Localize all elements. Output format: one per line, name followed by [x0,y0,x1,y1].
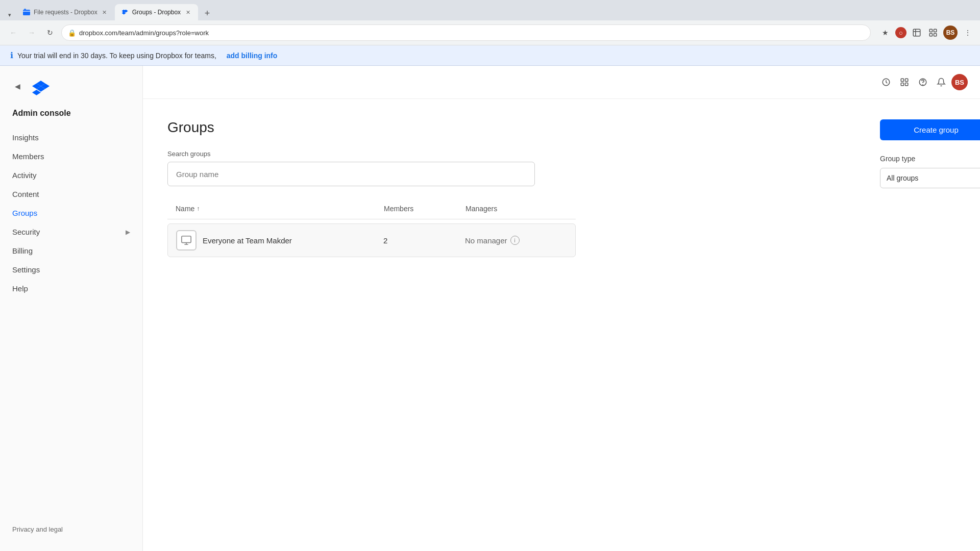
group-type-section: Group type All groups Company-managed Us… [880,155,968,188]
tab-groups[interactable]: Groups - Dropbox ✕ [115,4,198,20]
svg-rect-13 [901,79,903,81]
col-managers-header: Managers [465,205,568,213]
svg-rect-19 [182,236,191,243]
tab-label-2: Groups - Dropbox [132,9,181,16]
col-name-header[interactable]: Name ↑ [176,205,384,213]
svg-rect-1 [24,9,26,10]
trial-message: Your trial will end in 30 days. To keep … [17,52,216,60]
grid-icon[interactable] [896,74,913,90]
browser-toolbar-icons: ★ ○ BS ⋮ [879,26,974,40]
group-type-select[interactable]: All groups Company-managed User-managed [880,168,980,188]
reload-button[interactable]: ↻ [43,26,57,40]
browser-chrome: ▾ File requests - Dropbox ✕ [0,0,980,45]
extensions-icon[interactable] [911,27,923,39]
sidebar-item-members[interactable]: Members [0,147,142,166]
tab-bar: ▾ File requests - Dropbox ✕ [0,0,980,20]
sidebar-footer: Privacy and legal [0,517,142,541]
svg-rect-4 [929,34,932,36]
groups-table: Name ↑ Members Managers [167,198,576,257]
create-group-button[interactable]: Create group [880,119,980,140]
right-panel: Create group Group type All groups Compa… [868,99,980,551]
group-name: Everyone at Team Makder [203,236,383,245]
tab-file-requests[interactable]: File requests - Dropbox ✕ [16,4,115,20]
svg-rect-15 [901,83,903,86]
main-content: Groups Search groups Name ↑ Mem [143,99,868,551]
svg-point-18 [923,85,923,85]
svg-rect-2 [929,29,932,32]
forward-button[interactable]: → [24,26,39,40]
tab-close-1[interactable]: ✕ [101,8,109,16]
svg-rect-0 [23,10,30,15]
svg-rect-3 [934,29,937,32]
help-icon[interactable] [915,74,931,90]
col-members-header: Members [384,205,465,213]
address-text: dropbox.com/team/admin/groups?role=work [79,29,864,37]
search-label: Search groups [167,150,843,158]
main-header-bar: BS [143,66,980,99]
user-avatar[interactable]: BS [951,74,968,90]
tab-scroll-arrow[interactable]: ▾ [4,9,15,20]
browser-menu-icon[interactable]: ⋮ [962,27,974,39]
sidebar-item-insights[interactable]: Insights [0,128,142,147]
dropbox-logo [31,76,51,96]
svg-rect-16 [905,83,908,86]
svg-rect-5 [934,34,937,36]
group-icon [176,230,197,251]
sidebar-back-button[interactable]: ◀ [12,81,22,91]
trial-banner: ℹ Your trial will end in 30 days. To kee… [0,45,980,66]
address-bar[interactable]: 🔒 dropbox.com/team/admin/groups?role=wor… [61,24,871,41]
bookmark-icon[interactable]: ★ [879,27,891,39]
sidebar-item-billing[interactable]: Billing [0,241,142,260]
search-input[interactable] [167,162,535,186]
sidebar-item-security[interactable]: Security ▶ [0,222,142,241]
tab-close-2[interactable]: ✕ [184,8,192,16]
sort-asc-icon: ↑ [197,205,200,212]
top-right-icons: BS [878,74,968,90]
search-section: Search groups [167,150,843,186]
browser-profile-avatar[interactable]: BS [943,26,958,40]
sidebar-item-help[interactable]: Help [0,279,142,298]
bell-icon[interactable] [933,74,949,90]
tab-favicon-1 [22,8,31,16]
new-tab-button[interactable]: + [200,6,214,20]
tab-label-1: File requests - Dropbox [34,9,97,16]
table-header: Name ↑ Members Managers [167,198,576,219]
sidebar-item-content[interactable]: Content [0,185,142,204]
privacy-legal-link[interactable]: Privacy and legal [12,525,63,533]
sidebar-item-groups[interactable]: Groups [0,204,142,222]
page-title: Groups [167,119,843,136]
sidebar-item-settings[interactable]: Settings [0,260,142,279]
no-manager-info-icon[interactable]: i [510,236,520,245]
security-chevron-icon: ▶ [126,229,130,236]
back-button[interactable]: ← [6,26,20,40]
sidebar: ◀ Admin console Insights Members [0,66,143,551]
info-icon: ℹ [10,51,13,60]
tab-search-icon[interactable] [927,27,939,39]
sidebar-logo-area: ◀ [0,76,142,109]
extension-icon-red[interactable]: ○ [895,27,906,38]
address-bar-row: ← → ↻ 🔒 dropbox.com/team/admin/groups?ro… [0,20,980,45]
sidebar-nav: Insights Members Activity Content Groups… [0,128,142,517]
admin-console-title: Admin console [0,109,142,128]
group-type-label: Group type [880,155,968,163]
member-count: 2 [383,236,465,245]
search-input-wrapper [167,162,843,186]
sidebar-item-activity[interactable]: Activity [0,166,142,185]
main-area: BS Groups Search groups [143,66,980,551]
manager-cell: No manager i [465,236,567,245]
table-row[interactable]: Everyone at Team Makder 2 No manager i [167,223,576,257]
add-billing-link[interactable]: add billing info [227,52,278,60]
content-area: Groups Search groups Name ↑ Mem [143,99,980,551]
clock-icon[interactable] [878,74,894,90]
tab-favicon-2 [121,8,129,16]
app-layout: ◀ Admin console Insights Members [0,66,980,551]
svg-rect-14 [905,79,908,81]
